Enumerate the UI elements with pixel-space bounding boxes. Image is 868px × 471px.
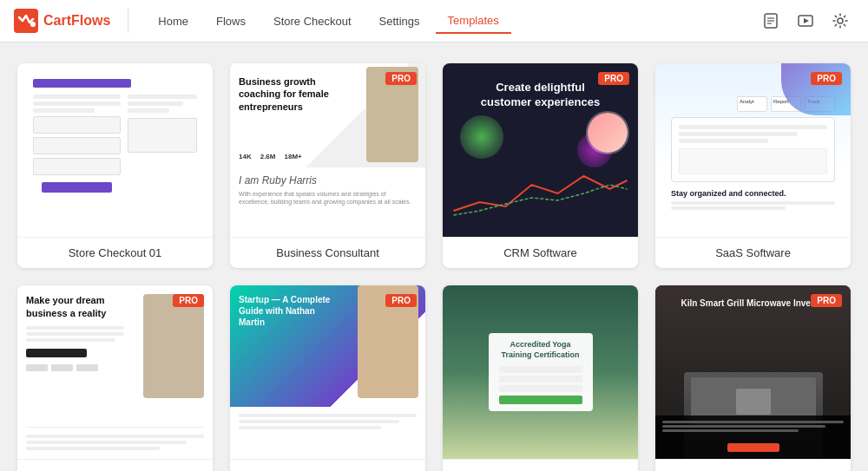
template-label-dream-business <box>17 459 213 471</box>
nav-items: Home Flows Store Checkout Settings Templ… <box>146 9 757 34</box>
nav-store-checkout[interactable]: Store Checkout <box>261 10 364 33</box>
template-card-crm-software[interactable]: PRO Create delightful customer experienc… <box>443 63 638 268</box>
template-card-kiln-grill[interactable]: PRO Kiln Smart Grill Microwave Inverter <box>655 285 851 471</box>
template-label-crm-software: CRM Software <box>443 237 638 268</box>
template-thumb-business: PRO Business growth coaching for female … <box>230 63 425 237</box>
template-thumb-crm: PRO Create delightful customer experienc… <box>443 63 638 237</box>
logo-text: CartFlows <box>43 13 110 29</box>
template-thumb-saas: PRO Analyt Report Track Stay organized a <box>655 63 851 237</box>
pro-badge-dream: PRO <box>173 294 204 307</box>
main-content: Store Checkout 01 PRO Business growth co… <box>0 43 868 471</box>
template-card-yoga-training[interactable]: Accredited Yoga Training Certification <box>443 285 638 471</box>
template-card-saas-software[interactable]: PRO Analyt Report Track Stay organized a <box>655 63 851 268</box>
template-label-business-consultant: Business Consultant <box>230 237 425 268</box>
cartflows-logo-icon <box>14 9 38 33</box>
template-thumb-startup: PRO Startup — A Complete Guide with Nath… <box>230 285 425 459</box>
nav-right-icons <box>757 7 854 35</box>
template-thumb-kiln: PRO Kiln Smart Grill Microwave Inverter <box>655 285 851 459</box>
template-thumb-dream: PRO Make your dream business a reality <box>17 285 213 459</box>
pro-badge-business: PRO <box>385 72 417 85</box>
pro-badge-kiln: PRO <box>811 294 842 307</box>
svg-marker-7 <box>804 18 809 23</box>
book-icon[interactable] <box>757 7 785 35</box>
logo-area: CartFlows <box>14 9 128 33</box>
template-card-business-consultant[interactable]: PRO Business growth coaching for female … <box>230 63 425 268</box>
template-card-dream-business[interactable]: PRO Make your dream business a reality <box>17 285 213 471</box>
nav-flows[interactable]: Flows <box>204 10 258 33</box>
template-label-yoga-training <box>443 459 638 471</box>
gear-icon[interactable] <box>826 7 854 35</box>
nav-settings[interactable]: Settings <box>367 10 432 33</box>
pro-badge-saas: PRO <box>811 72 842 85</box>
template-label-startup-guide <box>230 459 425 471</box>
svg-point-8 <box>838 18 843 23</box>
business-thumb-headline: Business growth coaching for female entr… <box>239 75 346 113</box>
svg-rect-0 <box>14 9 38 33</box>
business-bottom-section: I am Ruby Harris With experience that sp… <box>230 167 425 237</box>
video-icon[interactable] <box>792 7 819 35</box>
template-thumb-yoga: Accredited Yoga Training Certification <box>443 285 638 459</box>
template-card-startup-guide[interactable]: PRO Startup — A Complete Guide with Nath… <box>230 285 425 471</box>
pro-badge-crm: PRO <box>598 72 629 85</box>
template-label-saas-software: SaaS Software <box>655 237 851 268</box>
template-card-store-checkout-01[interactable]: Store Checkout 01 <box>17 63 213 268</box>
svg-point-1 <box>30 22 36 27</box>
pro-badge-startup: PRO <box>385 294 417 307</box>
template-thumb-checkout <box>17 63 213 237</box>
template-label-store-checkout-01: Store Checkout 01 <box>17 237 213 268</box>
template-label-kiln-grill <box>655 459 851 471</box>
templates-grid: Store Checkout 01 PRO Business growth co… <box>17 63 851 471</box>
top-navigation: CartFlows Home Flows Store Checkout Sett… <box>0 0 868 43</box>
nav-home[interactable]: Home <box>146 10 201 33</box>
nav-templates[interactable]: Templates <box>436 9 511 34</box>
